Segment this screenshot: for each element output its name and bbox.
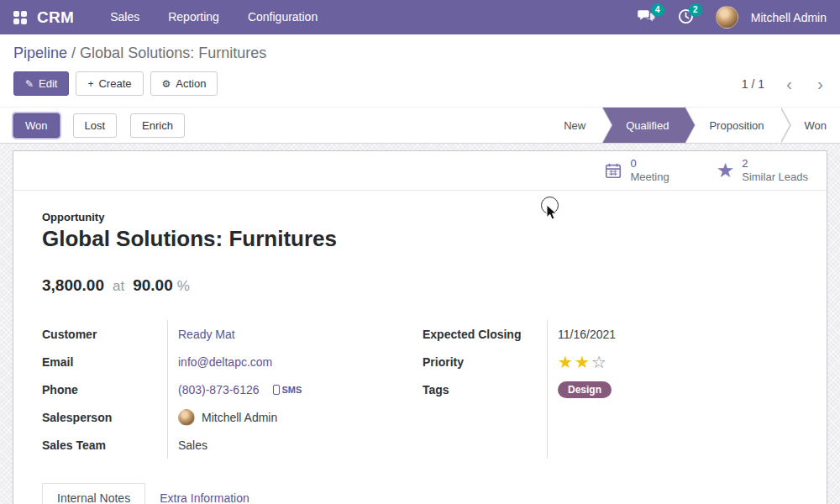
right-field-group: Expected Closing Priority Tags 11/16/202… xyxy=(423,320,827,459)
left-field-group: Customer Email Phone Salesperson Sales T… xyxy=(42,320,423,459)
pager-prev-icon[interactable]: ‹ xyxy=(783,75,795,92)
star-filled-icon[interactable]: ★ xyxy=(575,354,590,370)
customer-value[interactable]: Ready Mat xyxy=(178,328,235,341)
tab-internal-notes[interactable]: Internal Notes xyxy=(42,483,145,504)
edit-button[interactable]: ✎ Edit xyxy=(13,71,69,96)
at-label: at xyxy=(113,278,124,295)
sms-button[interactable]: SMS xyxy=(273,385,302,395)
user-menu[interactable]: Mitchell Admin xyxy=(751,11,827,24)
activities-button[interactable]: 2 xyxy=(669,5,702,30)
phone-label: Phone xyxy=(42,375,167,403)
meeting-stat-button[interactable]: 0 Meeting xyxy=(604,157,669,185)
stage-qualified[interactable]: Qualified xyxy=(602,108,685,143)
star-icon: ★ xyxy=(717,160,735,181)
app-name[interactable]: CRM xyxy=(37,8,74,27)
main-menu: Sales Reporting Configuration xyxy=(96,0,332,34)
priority-stars: ★ ★ ☆ xyxy=(558,348,801,375)
tag-design[interactable]: Design xyxy=(558,381,612,398)
menu-sales[interactable]: Sales xyxy=(96,0,154,34)
percent-sign: % xyxy=(177,278,190,295)
star-empty-icon[interactable]: ☆ xyxy=(591,354,606,370)
breadcrumb-separator: / xyxy=(71,45,76,61)
expected-closing-value[interactable]: 11/16/2021 xyxy=(558,328,616,341)
salesperson-avatar xyxy=(178,409,195,426)
stage-pipeline: New Qualified Proposition Won xyxy=(540,108,840,143)
mobile-phone-icon xyxy=(273,385,280,395)
salesperson-label: Salesperson xyxy=(42,403,167,431)
breadcrumb: Pipeline / Global Solutions: Furnitures xyxy=(13,45,827,62)
right-values: 11/16/2021 ★ ★ ☆ Design xyxy=(547,320,801,459)
form-sheet: Opportunity Global Solutions: Furnitures… xyxy=(13,191,827,504)
main-content: 0 Meeting ★ 2 Similar Leads Opportunity … xyxy=(0,144,840,504)
phone-value[interactable]: (803)-873-6126 xyxy=(178,383,260,396)
user-avatar[interactable] xyxy=(716,6,738,29)
pager-next-icon[interactable]: › xyxy=(814,75,827,92)
email-label: Email xyxy=(42,348,167,375)
left-labels: Customer Email Phone Salesperson Sales T… xyxy=(42,320,167,459)
plus-icon: + xyxy=(87,79,93,89)
priority-label: Priority xyxy=(423,348,547,375)
salesperson-value[interactable]: Mitchell Admin xyxy=(202,411,277,424)
menu-configuration[interactable]: Configuration xyxy=(234,0,332,34)
notebook-tabs: Internal Notes Extra Information xyxy=(42,483,827,504)
messages-button[interactable]: 4 xyxy=(629,5,664,29)
similar-leads-label: Similar Leads xyxy=(742,171,808,184)
sales-team-value[interactable]: Sales xyxy=(178,438,207,452)
mouse-cursor xyxy=(546,204,559,221)
email-value[interactable]: info@deltapc.com xyxy=(178,355,272,369)
stage-proposition[interactable]: Proposition xyxy=(685,108,780,143)
breadcrumb-pipeline-link[interactable]: Pipeline xyxy=(13,45,67,61)
mark-lost-button[interactable]: Lost xyxy=(73,113,118,138)
meeting-count: 0 xyxy=(630,157,669,171)
top-navbar: CRM Sales Reporting Configuration 4 2 Mi… xyxy=(0,0,840,34)
pager: 1 / 1 ‹ › xyxy=(742,75,827,92)
opportunity-title[interactable]: Global Solutions: Furnitures xyxy=(42,226,827,252)
menu-reporting[interactable]: Reporting xyxy=(154,0,234,34)
right-labels: Expected Closing Priority Tags xyxy=(423,320,547,459)
control-panel: Pipeline / Global Solutions: Furnitures … xyxy=(0,34,840,107)
edit-button-label: Edit xyxy=(39,77,57,90)
expected-closing-label: Expected Closing xyxy=(423,320,547,348)
statusbar: Won Lost Enrich New Qualified Propositio… xyxy=(0,107,840,144)
left-values: Ready Mat info@deltapc.com (803)-873-612… xyxy=(167,320,423,459)
field-groups: Customer Email Phone Salesperson Sales T… xyxy=(42,320,827,459)
calendar-icon xyxy=(604,161,622,180)
probability[interactable]: 90.00 xyxy=(133,276,173,295)
control-panel-buttons: ✎ Edit + Create ⚙ Action 1 / 1 ‹ › xyxy=(13,71,827,107)
customer-label: Customer xyxy=(42,320,167,348)
create-button-label: Create xyxy=(98,77,131,90)
action-button[interactable]: ⚙ Action xyxy=(150,71,218,96)
star-filled-icon[interactable]: ★ xyxy=(558,354,573,370)
meeting-stat-text: 0 Meeting xyxy=(630,157,669,185)
action-button-label: Action xyxy=(176,77,206,90)
messages-badge: 4 xyxy=(651,3,664,17)
expected-revenue[interactable]: 3,800.00 xyxy=(42,276,104,295)
sales-team-label: Sales Team xyxy=(42,431,167,459)
opportunity-form-card: 0 Meeting ★ 2 Similar Leads Opportunity … xyxy=(13,150,827,504)
apps-grid-icon[interactable] xyxy=(13,11,27,24)
sms-label: SMS xyxy=(282,385,302,395)
topbar-right: 4 2 Mitchell Admin xyxy=(629,5,827,30)
revenue-row: 3,800.00 at 90.00 % xyxy=(42,276,827,295)
record-type-label: Opportunity xyxy=(42,211,827,223)
stat-button-box: 0 Meeting ★ 2 Similar Leads xyxy=(13,151,827,191)
similar-leads-stat-button[interactable]: ★ 2 Similar Leads xyxy=(717,157,808,185)
activities-badge: 2 xyxy=(689,3,702,17)
pager-counter: 1 / 1 xyxy=(742,77,764,91)
tags-label: Tags xyxy=(423,375,547,403)
meeting-label: Meeting xyxy=(630,171,669,184)
create-button[interactable]: + Create xyxy=(76,71,143,96)
pencil-icon: ✎ xyxy=(25,79,34,89)
stage-new[interactable]: New xyxy=(540,108,602,143)
gear-icon: ⚙ xyxy=(162,79,171,89)
breadcrumb-current: Global Solutions: Furnitures xyxy=(80,45,266,61)
enrich-button[interactable]: Enrich xyxy=(130,113,185,138)
mark-won-button[interactable]: Won xyxy=(13,113,60,138)
similar-leads-stat-text: 2 Similar Leads xyxy=(742,157,808,185)
tab-extra-information[interactable]: Extra Information xyxy=(145,484,264,504)
similar-leads-count: 2 xyxy=(742,157,808,171)
